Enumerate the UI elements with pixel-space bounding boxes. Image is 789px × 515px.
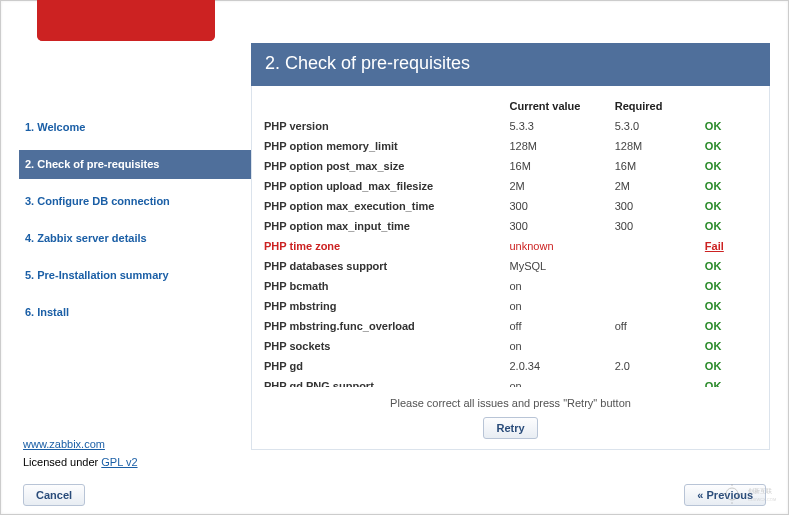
req-status: OK xyxy=(699,176,759,196)
req-value: off xyxy=(503,316,608,336)
col-required: Required xyxy=(609,96,699,116)
req-value: on xyxy=(503,296,608,316)
req-name: PHP option memory_limit xyxy=(258,136,503,156)
req-required xyxy=(609,296,699,316)
sidebar-item-label: 3. Configure DB connection xyxy=(25,195,170,207)
license-prefix: Licensed under xyxy=(23,456,101,468)
req-status: OK xyxy=(699,196,759,216)
req-value: on xyxy=(503,376,608,387)
req-status[interactable]: Fail xyxy=(699,236,759,256)
req-status: OK xyxy=(699,156,759,176)
req-required: 300 xyxy=(609,216,699,236)
req-status: OK xyxy=(699,276,759,296)
cancel-button[interactable]: Cancel xyxy=(23,484,85,506)
req-status: OK xyxy=(699,376,759,387)
table-row: PHP bcmathonOK xyxy=(258,276,759,296)
req-name: PHP databases support xyxy=(258,256,503,276)
req-status: OK xyxy=(699,256,759,276)
req-value: 2M xyxy=(503,176,608,196)
sidebar-item-install[interactable]: 6. Install xyxy=(19,298,251,327)
table-row: PHP option upload_max_filesize2M2MOK xyxy=(258,176,759,196)
table-row: PHP option memory_limit128M128MOK xyxy=(258,136,759,156)
table-row: PHP databases supportMySQLOK xyxy=(258,256,759,276)
logo-ribbon: ZABBIX xyxy=(37,1,215,41)
ribbon-shape xyxy=(37,0,215,43)
sidebar-item-label: 5. Pre-Installation summary xyxy=(25,269,169,281)
req-name: PHP mbstring xyxy=(258,296,503,316)
license-link[interactable]: GPL v2 xyxy=(101,456,137,468)
sidebar-item-server-details[interactable]: 4. Zabbix server details xyxy=(19,224,251,253)
table-row: PHP option post_max_size16M16MOK xyxy=(258,156,759,176)
req-name: PHP sockets xyxy=(258,336,503,356)
sidebar-item-label: 2. Check of pre-requisites xyxy=(25,158,160,170)
req-name: PHP option upload_max_filesize xyxy=(258,176,503,196)
req-value: 300 xyxy=(503,216,608,236)
req-name: PHP option post_max_size xyxy=(258,156,503,176)
svg-point-0 xyxy=(726,488,738,500)
requirements-scroll[interactable]: Current value Required PHP version5.3.35… xyxy=(258,96,763,387)
req-name: PHP gd PNG support xyxy=(258,376,503,387)
req-value: MySQL xyxy=(503,256,608,276)
req-required: 2M xyxy=(609,176,699,196)
req-name: PHP gd xyxy=(258,356,503,376)
req-name: PHP option max_input_time xyxy=(258,216,503,236)
retry-button[interactable]: Retry xyxy=(483,417,537,439)
req-value: 2.0.34 xyxy=(503,356,608,376)
req-value: on xyxy=(503,336,608,356)
req-required xyxy=(609,376,699,387)
arrow-left-icon: « xyxy=(697,489,703,501)
req-required: 16M xyxy=(609,156,699,176)
table-row: PHP version5.3.35.3.0OK xyxy=(258,116,759,136)
hint-text: Please correct all issues and press "Ret… xyxy=(258,397,763,409)
sidebar-item-welcome[interactable]: 1. Welcome xyxy=(19,113,251,142)
req-required: off xyxy=(609,316,699,336)
req-status: OK xyxy=(699,336,759,356)
table-row: PHP mbstringonOK xyxy=(258,296,759,316)
req-value: 16M xyxy=(503,156,608,176)
sidebar-item-label: 1. Welcome xyxy=(25,121,85,133)
req-required xyxy=(609,256,699,276)
watermark-icon: 创新互联 CDXWCX.COM xyxy=(718,480,782,508)
req-status: OK xyxy=(699,116,759,136)
req-required: 128M xyxy=(609,136,699,156)
req-required xyxy=(609,336,699,356)
req-value: 5.3.3 xyxy=(503,116,608,136)
table-row: PHP gd2.0.342.0OK xyxy=(258,356,759,376)
requirements-table: Current value Required PHP version5.3.35… xyxy=(258,96,759,387)
footer: www.zabbix.com Licensed under GPL v2 Can… xyxy=(19,460,770,508)
req-required xyxy=(609,276,699,296)
req-required: 5.3.0 xyxy=(609,116,699,136)
table-row: PHP gd PNG supportonOK xyxy=(258,376,759,387)
page-title: 2. Check of pre-requisites xyxy=(251,43,770,86)
req-status: OK xyxy=(699,316,759,336)
req-status: OK xyxy=(699,136,759,156)
req-value: 128M xyxy=(503,136,608,156)
req-name: PHP version xyxy=(258,116,503,136)
sidebar-item-preinstall-summary[interactable]: 5. Pre-Installation summary xyxy=(19,261,251,290)
req-name: PHP bcmath xyxy=(258,276,503,296)
sidebar-item-db-connection[interactable]: 3. Configure DB connection xyxy=(19,187,251,216)
req-name: PHP mbstring.func_overload xyxy=(258,316,503,336)
site-link[interactable]: www.zabbix.com xyxy=(23,438,105,450)
table-row: PHP time zoneunknownFail xyxy=(258,236,759,256)
svg-text:创新互联: 创新互联 xyxy=(748,487,772,494)
sidebar-item-label: 4. Zabbix server details xyxy=(25,232,147,244)
req-value: 300 xyxy=(503,196,608,216)
sidebar-item-label: 6. Install xyxy=(25,306,69,318)
sidebar-item-prerequisites[interactable]: 2. Check of pre-requisites xyxy=(19,150,251,179)
table-row: PHP option max_input_time300300OK xyxy=(258,216,759,236)
table-row: PHP socketsonOK xyxy=(258,336,759,356)
req-status: OK xyxy=(699,296,759,316)
table-row: PHP option max_execution_time300300OK xyxy=(258,196,759,216)
table-row: PHP mbstring.func_overloadoffoffOK xyxy=(258,316,759,336)
req-required: 2.0 xyxy=(609,356,699,376)
req-required: 300 xyxy=(609,196,699,216)
sidebar: 1. Welcome 2. Check of pre-requisites 3.… xyxy=(19,13,251,450)
req-required xyxy=(609,236,699,256)
req-status: OK xyxy=(699,356,759,376)
svg-text:CDXWCX.COM: CDXWCX.COM xyxy=(748,497,776,502)
req-value: on xyxy=(503,276,608,296)
req-name: PHP time zone xyxy=(258,236,503,256)
req-name: PHP option max_execution_time xyxy=(258,196,503,216)
req-status: OK xyxy=(699,216,759,236)
